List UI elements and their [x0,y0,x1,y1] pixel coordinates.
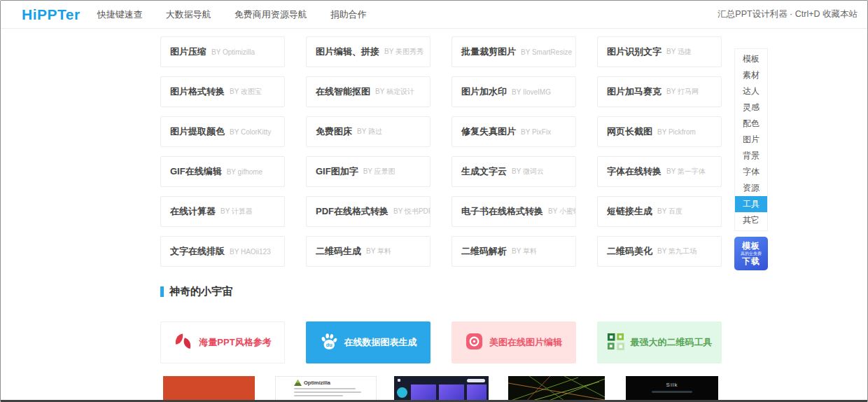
svg-text:du: du [326,342,332,348]
nav-item-donate[interactable]: 捐助合作 [330,8,367,21]
tool-card[interactable]: 字体在线转换 BY 第一字体 [597,156,722,187]
tool-name: 修复失真图片 [461,125,516,138]
silk-site-thumbnail[interactable]: Silk [626,376,718,402]
sidebar-item[interactable]: 工具 [735,196,767,212]
nav-item-free-resources[interactable]: 免费商用资源导航 [234,8,307,21]
tool-name: 电子书在线格式转换 [461,205,543,218]
feature-ppt-style-reference[interactable]: 海量PPT风格参考 [160,321,285,363]
tool-card[interactable]: 在线计算器 BY 计算器 [160,196,285,227]
tool-card[interactable]: 修复失真图片 BY PixFix [451,116,576,147]
tool-card[interactable]: 图片编辑、拼接 BY 美图秀秀 [306,36,430,67]
feature-online-chart-generator[interactable]: du 在线数据图表生成 [306,321,430,363]
tool-by-credit: BY 微词云 [512,167,544,176]
sidebar-item[interactable]: 灵感 [735,99,767,116]
tool-card[interactable]: 二维码美化 BY 第九工场 [597,236,722,267]
bookmark-hint: 汇总PPT设计利器 · Ctrl+D 收藏本站 [718,8,858,20]
section-title: 神奇的小宇宙 [169,285,232,298]
light-streaks-art-thumbnail[interactable] [508,376,605,402]
optimizilla-site-thumbnail[interactable]: Optimizilla [275,376,377,402]
section-accent-bar [160,286,164,297]
sidebar-item[interactable]: 资源 [735,180,767,196]
tool-by-credit: BY IloveIMG [512,88,551,96]
tool-card[interactable]: PDF在线格式转换 BY 悦书PDF [306,196,430,227]
tool-name: 二维码生成 [316,245,361,258]
nav-item-bigdata-nav[interactable]: 大数据导航 [166,8,211,21]
sidebar-item[interactable]: 图片 [735,132,767,148]
tool-card[interactable]: 图片格式转换 BY 改图宝 [160,76,285,107]
tool-by-credit: BY Pickfrom [657,128,696,136]
feature-label: 在线数据图表生成 [344,336,417,349]
badge-line3: 下载 [742,257,760,265]
feature-qrcode-tool[interactable]: 最强大的二维码工具 [597,321,722,363]
tool-card[interactable]: 二维码生成 BY 草料 [306,236,430,267]
tool-by-credit: BY 草料 [512,247,537,256]
tool-by-credit: BY HAOii123 [230,248,271,256]
tool-card[interactable]: 短链接生成 BY 百度 [597,196,722,227]
gallery-tile [439,384,464,402]
optimizilla-logo: Optimizilla [294,380,376,386]
tool-name: 图片识别文字 [607,46,662,58]
tool-card[interactable]: 在线智能抠图 BY 稿定设计 [306,76,430,107]
sidebar-item[interactable]: 素材 [735,67,767,83]
badge-line1: 模板 [742,242,760,250]
orange-cover-thumbnail[interactable] [163,376,255,402]
tool-card[interactable]: 图片加水印 BY IloveIMG [451,76,576,107]
tool-name: 在线智能抠图 [316,85,370,98]
tool-card[interactable]: 生成文字云 BY 微词云 [451,156,576,187]
tool-name: 图片格式转换 [170,85,225,98]
tool-by-credit: BY 稿定设计 [375,87,414,97]
tool-card[interactable]: 电子书在线格式转换 BY 小蜜蜂 [451,196,576,227]
tool-card[interactable]: 批量裁剪图片 BY SmartResize [451,36,576,67]
tool-name: 文字在线排版 [170,245,225,258]
tools-grid: 图片压缩 BY Optimizilla 图片编辑、拼接 BY 美图秀秀 批量裁剪… [160,36,722,267]
tool-card[interactable]: 网页长截图 BY Pickfrom [597,116,722,147]
sidebar-item[interactable]: 达人 [735,83,767,99]
tool-name: 网页长截图 [607,125,652,138]
tool-name: 免费图床 [316,125,352,138]
meitu-camera-icon [465,333,483,352]
tool-name: 图片编辑、拼接 [316,46,379,58]
text-line [294,395,343,396]
tool-by-credit: BY SmartResize [521,48,572,56]
tool-card[interactable]: GIF在线编辑 BY gifhome [160,156,285,187]
sidebar-item[interactable]: 配色 [735,116,767,132]
tool-card[interactable]: 图片压缩 BY Optimizilla [160,36,285,67]
feature-label: 美图在线图片编辑 [489,336,562,349]
tool-name: GIF图加字 [316,165,358,178]
sidebar-item[interactable]: 背景 [735,148,767,164]
feature-label: 海量PPT风格参考 [199,336,271,349]
tool-card[interactable]: 免费图床 BY 路过 [306,116,430,147]
template-download-badge[interactable]: 模板 真的全免费 下载 [734,237,768,270]
mini-button [467,379,485,382]
tool-card[interactable]: 文字在线排版 BY HAOii123 [160,236,285,267]
tool-card[interactable]: 图片识别文字 BY 迅捷 [597,36,722,67]
badge-line2: 真的全免费 [741,251,762,256]
tool-card[interactable]: 图片加马赛克 BY 打马网 [597,76,722,107]
tool-card[interactable]: GIF图加字 BY 应景图 [306,156,430,187]
tool-by-credit: BY 打马网 [666,87,699,97]
feature-meitu-online-editor[interactable]: 美图在线图片编辑 [451,321,576,363]
tool-name: 二维码解析 [461,245,507,258]
tool-name: 批量裁剪图片 [461,46,516,58]
feature-cards: 海量PPT风格参考 du 在线数据图表生成 [160,321,722,363]
tool-name: PDF在线格式转换 [316,205,388,218]
tool-by-credit: BY 路过 [357,127,382,137]
tool-card[interactable]: 图片提取颜色 BY ColorKitty [160,116,285,147]
nav-item-shortcut-lookup[interactable]: 快捷键速查 [97,8,143,21]
tool-name: 图片压缩 [170,46,206,58]
silk-subtitle-line [652,391,692,393]
tool-by-credit: BY Optimizilla [211,48,255,56]
tool-by-credit: BY gifhome [227,168,263,176]
tool-by-credit: BY 第一字体 [666,167,706,176]
tool-by-credit: BY 计算器 [220,207,253,216]
tool-by-credit: BY 第九工场 [657,247,696,256]
tool-card[interactable]: 二维码解析 BY 草料 [451,236,576,267]
purple-gallery-site-thumbnail[interactable] [394,376,489,402]
feature-label: 最强大的二维码工具 [631,336,713,349]
tool-by-credit: BY 应景图 [363,167,396,176]
sidebar-item[interactable]: 其它 [735,212,767,228]
sidebar-item[interactable]: 字体 [735,164,767,180]
tool-name: 短链接生成 [607,205,652,218]
site-logo[interactable]: HiPPTer [22,6,80,23]
sidebar-item[interactable]: 模板 [735,51,767,67]
